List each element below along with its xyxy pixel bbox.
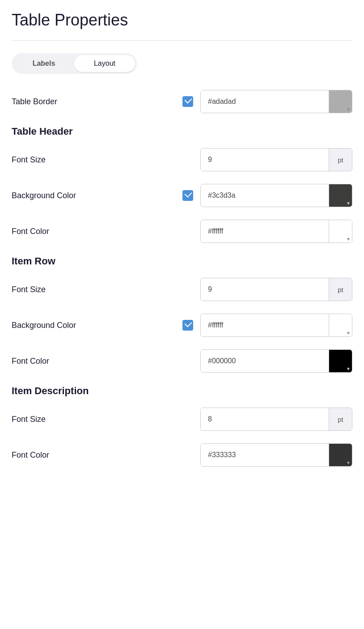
item-row-title: Item Row xyxy=(12,255,352,267)
item-desc-font-size-row: Font Size pt xyxy=(12,408,352,431)
item-row-font-swatch-btn[interactable]: ▼ xyxy=(329,350,352,372)
item-row-font-swatch: ▼ xyxy=(329,350,352,372)
item-row-font-color-group: ▼ xyxy=(200,349,352,373)
item-row-bg-checkbox-wrapper xyxy=(182,320,193,331)
item-desc-font-swatch-btn[interactable]: ▼ xyxy=(329,444,352,466)
item-desc-font-size-label: Font Size xyxy=(12,415,101,424)
item-row-bg-dropdown-arrow: ▼ xyxy=(346,331,351,336)
item-desc-font-size-input[interactable] xyxy=(201,408,329,430)
item-row-bg-checkbox[interactable] xyxy=(182,320,193,331)
table-border-label: Table Border xyxy=(12,97,101,106)
item-description-title: Item Description xyxy=(12,385,352,397)
item-row-bg-color-row: Background Color ▼ xyxy=(12,314,352,337)
table-header-font-size-unit: pt xyxy=(329,149,352,171)
table-header-font-swatch-btn[interactable]: ▼ xyxy=(329,220,352,242)
table-header-bg-color-label: Background Color xyxy=(12,191,101,200)
table-header-font-swatch: ▼ xyxy=(329,220,352,242)
table-border-checkbox-wrapper xyxy=(182,96,193,107)
tab-group: Labels Layout xyxy=(12,53,137,74)
item-row-font-color-input[interactable] xyxy=(201,350,329,372)
table-header-font-size-group: pt xyxy=(200,148,352,171)
title-divider xyxy=(12,40,352,41)
table-border-color-group: ▼ xyxy=(200,90,352,113)
item-row-font-size-group: pt xyxy=(200,278,352,301)
item-desc-font-swatch: ▼ xyxy=(329,444,352,466)
table-header-bg-swatch-btn[interactable]: ▼ xyxy=(329,184,352,207)
table-header-bg-color-group: ▼ xyxy=(200,184,352,207)
table-header-font-color-label: Font Color xyxy=(12,227,101,236)
item-desc-font-color-row: Font Color ▼ xyxy=(12,443,352,467)
tab-labels[interactable]: Labels xyxy=(13,55,74,72)
table-header-font-dropdown-arrow: ▼ xyxy=(346,237,351,242)
table-border-dropdown-arrow: ▼ xyxy=(346,107,351,112)
item-desc-font-size-group: pt xyxy=(200,408,352,431)
item-row-font-color-row: Font Color ▼ xyxy=(12,349,352,373)
table-header-section: Table Header xyxy=(12,126,352,137)
item-row-font-size-input[interactable] xyxy=(201,278,329,301)
page-title: Table Properties xyxy=(12,11,352,30)
table-header-font-size-input[interactable] xyxy=(201,149,329,171)
item-desc-font-color-label: Font Color xyxy=(12,450,101,460)
item-row-font-color-label: Font Color xyxy=(12,357,101,366)
table-border-swatch-btn[interactable]: ▼ xyxy=(329,90,352,113)
table-header-font-color-input[interactable] xyxy=(201,220,329,242)
item-row-bg-color-label: Background Color xyxy=(12,321,101,330)
table-header-bg-dropdown-arrow: ▼ xyxy=(346,201,351,206)
table-header-title: Table Header xyxy=(12,126,352,137)
item-row-bg-swatch: ▼ xyxy=(329,314,352,336)
table-border-swatch: ▼ xyxy=(329,90,352,113)
table-border-color-input[interactable] xyxy=(201,90,329,113)
table-header-font-color-group: ▼ xyxy=(200,220,352,243)
item-desc-font-color-input[interactable] xyxy=(201,444,329,466)
item-row-bg-color-group: ▼ xyxy=(200,314,352,337)
tab-layout[interactable]: Layout xyxy=(74,55,135,72)
item-row-section: Item Row xyxy=(12,255,352,267)
table-header-font-color-row: Font Color ▼ xyxy=(12,220,352,243)
item-desc-font-size-unit: pt xyxy=(329,408,352,430)
item-desc-font-color-group: ▼ xyxy=(200,443,352,467)
item-row-font-size-row: Font Size pt xyxy=(12,278,352,301)
table-border-row: Table Border ▼ xyxy=(12,90,352,113)
table-header-bg-swatch: ▼ xyxy=(329,184,352,207)
item-row-bg-color-input[interactable] xyxy=(201,314,329,336)
table-header-font-size-label: Font Size xyxy=(12,155,101,165)
item-description-section: Item Description xyxy=(12,385,352,397)
table-header-bg-color-input[interactable] xyxy=(201,184,329,207)
table-border-checkbox[interactable] xyxy=(182,96,193,107)
table-header-bg-color-row: Background Color ▼ xyxy=(12,184,352,207)
item-desc-font-dropdown-arrow: ▼ xyxy=(346,461,351,465)
item-row-bg-swatch-btn[interactable]: ▼ xyxy=(329,314,352,336)
table-header-font-size-row: Font Size pt xyxy=(12,148,352,171)
table-header-bg-checkbox[interactable] xyxy=(182,190,193,201)
item-row-font-dropdown-arrow: ▼ xyxy=(346,367,351,371)
item-row-font-size-unit: pt xyxy=(329,278,352,301)
item-row-font-size-label: Font Size xyxy=(12,285,101,294)
table-header-bg-checkbox-wrapper xyxy=(182,190,193,201)
